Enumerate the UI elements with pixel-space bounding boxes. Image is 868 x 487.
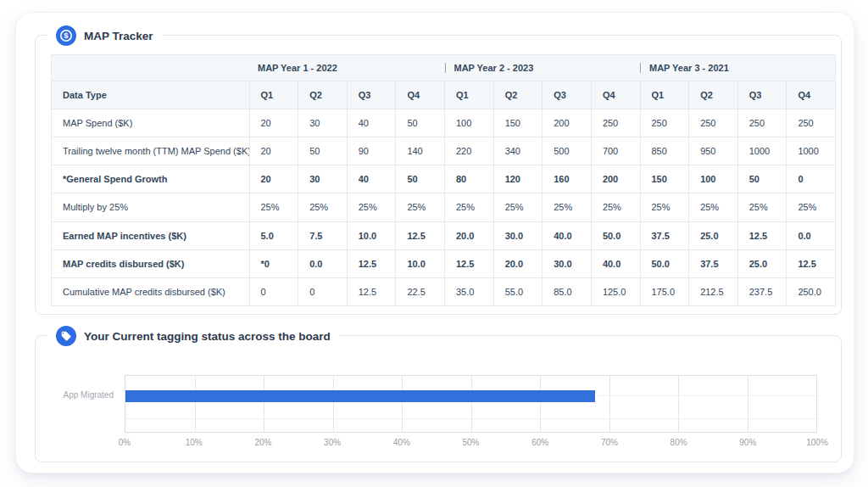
cell-value: 220 xyxy=(445,137,494,165)
cell-value: 150 xyxy=(493,109,542,137)
cell-value: 100 xyxy=(689,165,738,193)
cell-value: 40.0 xyxy=(542,221,592,249)
cell-value: 50 xyxy=(737,165,787,193)
year-group-label: MAP Year 2 - 2023 xyxy=(454,63,534,73)
row-label: Cumulative MAP credits disbursed ($K) xyxy=(52,277,250,305)
cell-value: 200 xyxy=(542,109,592,137)
quarter-header: Q2 xyxy=(298,81,348,109)
cell-value: *0 xyxy=(249,249,298,277)
cell-value: 40.0 xyxy=(591,249,640,277)
cell-value: 25% xyxy=(542,193,592,221)
table-row: Trailing twelve month (TTM) MAP Spend ($… xyxy=(52,137,836,165)
cell-value: 950 xyxy=(689,137,738,165)
cell-value: 25% xyxy=(347,193,396,221)
row-label: Earned MAP incentives ($K) xyxy=(52,221,250,249)
cell-value: 150 xyxy=(640,165,689,193)
cell-value: 212.5 xyxy=(689,277,738,305)
year-group-header: MAP Year 3 - 2021 xyxy=(640,55,836,81)
cell-value: 12.5 xyxy=(787,249,836,277)
cell-value: 30 xyxy=(298,109,348,137)
row-label: *General Spend Growth xyxy=(52,165,250,193)
tag-circle-icon xyxy=(56,326,76,346)
cell-value: 25% xyxy=(737,193,787,221)
panel-title: Your Current tagging status across the b… xyxy=(84,330,331,343)
year-header-spacer xyxy=(52,55,250,81)
x-axis-label: 70% xyxy=(601,438,618,447)
year-group-header: MAP Year 1 - 2022 xyxy=(249,55,445,81)
quarter-header: Q1 xyxy=(445,81,494,109)
cell-value: 40 xyxy=(347,165,396,193)
cell-value: 1000 xyxy=(737,137,787,165)
table-row: Cumulative MAP credits disbursed ($K)001… xyxy=(52,277,836,305)
quarter-header: Q4 xyxy=(591,81,640,109)
cell-value: 40 xyxy=(347,109,396,137)
chart-xaxis: 0%10%20%30%40%50%60%70%80%90%100% xyxy=(125,438,817,450)
chart-category-label: App Migrated xyxy=(36,390,114,400)
cell-value: 25.0 xyxy=(737,249,787,277)
cell-value: 0 xyxy=(249,277,298,305)
cell-value: 250 xyxy=(640,109,689,137)
cell-value: 25% xyxy=(591,193,640,221)
cell-value: 85.0 xyxy=(542,277,592,305)
quarter-header: Q3 xyxy=(737,81,787,109)
table-row: *General Spend Growth2030405080120160200… xyxy=(52,165,836,193)
cell-value: 35.0 xyxy=(445,277,494,305)
row-label: MAP Spend ($K) xyxy=(52,109,250,137)
cell-value: 30 xyxy=(298,165,348,193)
cell-value: 120 xyxy=(493,165,542,193)
x-axis-label: 60% xyxy=(531,438,548,447)
row-label: Multiply by 25% xyxy=(52,193,250,221)
cell-value: 10.0 xyxy=(347,221,396,249)
cell-value: 37.5 xyxy=(640,221,689,249)
map-tracker-panel: $ MAP Tracker MAP Year 1 - 2022 MAP Year… xyxy=(35,35,842,315)
cell-value: 25% xyxy=(640,193,689,221)
cell-value: 50.0 xyxy=(591,221,640,249)
cell-value: 12.5 xyxy=(445,249,494,277)
cell-value: 50.0 xyxy=(640,249,689,277)
table-row: Earned MAP incentives ($K)5.07.510.012.5… xyxy=(52,221,836,249)
cell-value: 250 xyxy=(689,109,738,137)
cell-value: 0 xyxy=(298,277,348,305)
cell-value: 160 xyxy=(542,165,592,193)
cell-value: 5.0 xyxy=(249,221,298,249)
year-group-header: MAP Year 2 - 2023 xyxy=(445,55,641,81)
cell-value: 500 xyxy=(542,137,592,165)
x-axis-label: 80% xyxy=(670,438,687,447)
cell-value: 25% xyxy=(787,193,836,221)
data-type-header: Data Type xyxy=(52,81,250,109)
cell-value: 850 xyxy=(640,137,689,165)
cell-value: 340 xyxy=(493,137,542,165)
quarter-header: Q4 xyxy=(787,81,836,109)
quarter-header: Q3 xyxy=(542,81,592,109)
cell-value: 140 xyxy=(396,137,445,165)
tagging-status-panel: Your Current tagging status across the b… xyxy=(35,335,842,462)
cell-value: 20 xyxy=(249,165,298,193)
cell-value: 100 xyxy=(445,109,494,137)
quarter-header: Q3 xyxy=(347,81,396,109)
cell-value: 12.5 xyxy=(347,277,396,305)
cell-value: 25% xyxy=(445,193,494,221)
x-axis-label: 40% xyxy=(393,438,410,447)
panel-title: MAP Tracker xyxy=(84,30,153,42)
cell-value: 250 xyxy=(737,109,787,137)
cell-value: 250.0 xyxy=(787,277,836,305)
year-group-divider xyxy=(640,63,641,73)
vertical-gridline xyxy=(333,376,334,432)
cell-value: 55.0 xyxy=(493,277,542,305)
quarter-header: Q1 xyxy=(249,81,298,109)
cell-value: 12.5 xyxy=(347,249,396,277)
cell-value: 250 xyxy=(591,109,640,137)
cell-value: 20 xyxy=(249,109,298,137)
chart-plot xyxy=(125,375,817,433)
x-axis-label: 0% xyxy=(119,438,131,447)
cell-value: 20.0 xyxy=(493,249,542,277)
map-tracker-table: MAP Year 1 - 2022 MAP Year 2 - 2023 MAP … xyxy=(51,54,836,306)
vertical-gridline xyxy=(471,376,472,432)
table-row: Multiply by 25%25%25%25%25%25%25%25%25%2… xyxy=(52,193,836,221)
quarter-header: Q2 xyxy=(493,81,542,109)
cell-value: 25.0 xyxy=(689,221,738,249)
table-row: MAP credits disbursed ($K)*00.012.510.01… xyxy=(52,249,836,277)
cell-value: 50 xyxy=(298,137,348,165)
cell-value: 25% xyxy=(493,193,542,221)
vertical-gridline xyxy=(540,376,541,432)
